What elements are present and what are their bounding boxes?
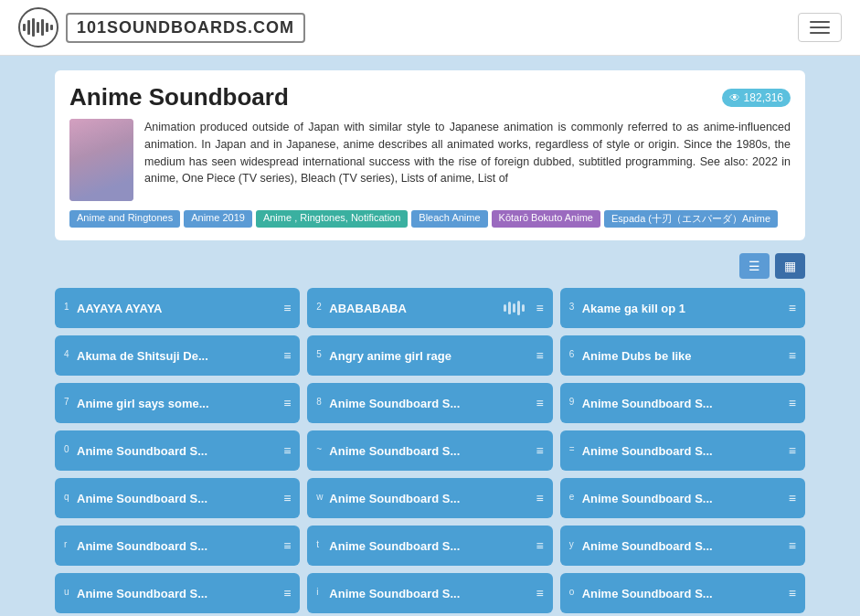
page-thumbnail: [69, 119, 133, 201]
site-header: 101SOUNDBOARDS.COM: [0, 0, 860, 56]
menu-icon: ≡: [536, 538, 543, 553]
list-view-button[interactable]: ☰: [739, 253, 770, 279]
tag-kotaro-bokuto[interactable]: Kōtarō Bokuto Anime: [492, 210, 600, 228]
list-item[interactable]: 3 Akame ga kill op 1 ≡: [560, 288, 805, 328]
list-item[interactable]: 4 Akuma de Shitsuji De... ≡: [55, 335, 300, 376]
menu-icon: ≡: [536, 443, 543, 458]
menu-icon: ≡: [789, 538, 796, 553]
menu-icon: ≡: [283, 396, 291, 410]
menu-icon: ≡: [789, 396, 796, 410]
title-row: Anime Soundboard 👁 182,316: [69, 83, 791, 112]
list-item[interactable]: 5 Angry anime girl rage ≡: [307, 335, 552, 376]
hamburger-button[interactable]: [798, 13, 842, 42]
audio-wave: [504, 301, 525, 315]
view-count-value: 182,316: [744, 91, 783, 104]
list-item[interactable]: o Anime Soundboard S... ≡: [560, 573, 805, 613]
menu-icon: ≡: [536, 396, 543, 410]
tag-bleach-anime[interactable]: Bleach Anime: [411, 210, 487, 228]
menu-icon: ≡: [789, 586, 796, 600]
menu-icon: ≡: [789, 491, 796, 505]
menu-icon: ≡: [283, 301, 291, 315]
menu-icon: ≡: [283, 586, 291, 600]
logo-icon: [18, 7, 58, 48]
logo-area: 101SOUNDBOARDS.COM: [18, 7, 305, 48]
svg-rect-4: [41, 19, 44, 36]
list-item[interactable]: 2 ABABABABA ≡: [307, 288, 552, 328]
svg-rect-0: [23, 24, 26, 31]
svg-rect-1: [27, 20, 30, 35]
svg-rect-6: [50, 25, 53, 30]
list-item[interactable]: u Anime Soundboard S... ≡: [55, 573, 300, 613]
grid-view-button[interactable]: ▦: [775, 253, 805, 279]
list-item[interactable]: w Anime Soundboard S... ≡: [307, 478, 552, 518]
view-toggle: ☰ ▦: [55, 253, 805, 279]
list-item[interactable]: 7 Anime girl says some... ≡: [55, 383, 300, 423]
soundboards-grid: 1 AAYAYA AYAYA ≡ 2 ABABABABA ≡ 3 Akame: [55, 288, 805, 616]
menu-icon: ≡: [283, 443, 291, 458]
svg-rect-3: [37, 22, 39, 33]
list-item[interactable]: t Anime Soundboard S... ≡: [307, 526, 552, 566]
menu-icon: ≡: [536, 491, 543, 505]
logo-text: 101SOUNDBOARDS.COM: [66, 13, 305, 43]
list-item[interactable]: 8 Anime Soundboard S... ≡: [307, 383, 552, 423]
list-item[interactable]: 9 Anime Soundboard S... ≡: [560, 383, 805, 423]
description-area: Animation produced outside of Japan with…: [69, 119, 791, 201]
menu-icon: ≡: [283, 491, 291, 505]
menu-icon: ≡: [536, 348, 543, 363]
menu-icon: ≡: [789, 443, 796, 458]
tag-anime-ringtones[interactable]: Anime and Ringtones: [69, 210, 180, 228]
menu-icon: ≡: [536, 301, 543, 315]
svg-rect-5: [46, 23, 48, 32]
main-content: Anime Soundboard 👁 182,316 Animation pro…: [0, 56, 860, 616]
list-item[interactable]: 6 Anime Dubs be like ≡: [560, 335, 805, 376]
tags-row: Anime and Ringtones Anime 2019 Anime , R…: [69, 210, 791, 228]
view-count-badge: 👁 182,316: [722, 89, 791, 107]
list-item[interactable]: ~ Anime Soundboard S... ≡: [307, 430, 552, 471]
menu-icon: ≡: [283, 348, 291, 363]
menu-icon: ≡: [536, 586, 543, 600]
menu-icon: ≡: [283, 538, 291, 553]
page-title: Anime Soundboard: [69, 83, 289, 112]
page-header: Anime Soundboard 👁 182,316 Animation pro…: [55, 70, 805, 240]
tag-espada-anime[interactable]: Espada (十刃（エスパーダ）Anime: [604, 210, 778, 228]
list-item[interactable]: 0 Anime Soundboard S... ≡: [55, 430, 300, 471]
page-description: Animation produced outside of Japan with…: [144, 119, 791, 201]
tag-anime-ringtones-notification[interactable]: Anime , Ringtones, Notification: [256, 210, 408, 228]
list-item[interactable]: q Anime Soundboard S... ≡: [55, 478, 300, 518]
list-item[interactable]: i Anime Soundboard S... ≡: [307, 573, 552, 613]
list-item[interactable]: e Anime Soundboard S... ≡: [560, 478, 805, 518]
list-item[interactable]: y Anime Soundboard S... ≡: [560, 526, 805, 566]
menu-icon: ≡: [789, 301, 796, 315]
list-item[interactable]: = Anime Soundboard S... ≡: [560, 430, 805, 471]
svg-rect-2: [32, 18, 35, 37]
list-item[interactable]: r Anime Soundboard S... ≡: [55, 526, 300, 566]
eye-icon: 👁: [729, 91, 740, 104]
list-item[interactable]: 1 AAYAYA AYAYA ≡: [55, 288, 300, 328]
menu-icon: ≡: [789, 348, 796, 363]
tag-anime-2019[interactable]: Anime 2019: [184, 210, 252, 228]
